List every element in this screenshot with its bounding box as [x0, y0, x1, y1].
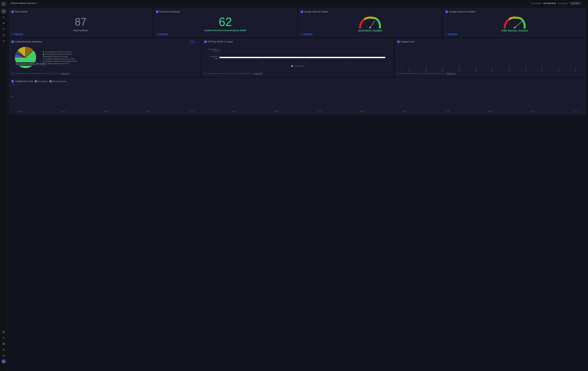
sidebar-item-terminal[interactable] [1, 32, 6, 38]
svg-marker-15 [3, 349, 5, 351]
time-range-label: Time Range: [557, 2, 568, 4]
card-footer: i Update Now [445, 33, 584, 35]
bar-col: Kasey Cross [517, 66, 534, 72]
sidebar-item-eye[interactable] [1, 21, 6, 26]
assigned-users-update-now[interactable]: Update Now [446, 73, 455, 74]
sidebar-item-shield[interactable] [1, 15, 6, 20]
bar-name-label: Parker Crook [542, 66, 543, 72]
mttr-legend: MTTR (Minutes) [205, 65, 390, 67]
chart-card-header: Incident Resolution Breakdown XQL [11, 41, 198, 43]
dashboard: Total Incidents 87 Total Incidents i Upd… [7, 7, 588, 371]
total-incidents-update-now[interactable]: Update Now [14, 33, 23, 35]
resolved-incidents-color [50, 80, 52, 82]
bar-name-label: Hitesh Kapoor [459, 65, 460, 72]
card-footer: i Update Interval 24 hrs | Last Update: … [204, 73, 391, 74]
card-menu-icon[interactable] [147, 11, 150, 13]
chart-card-header: Assigned Users [397, 41, 584, 43]
svg-text:0: 0 [504, 27, 504, 29]
sidebar-item-cloud[interactable] [1, 26, 6, 32]
bar-name-label: Gil Blum [442, 68, 443, 72]
x-label: Oct 02 [189, 111, 194, 112]
resolved-auto-card: Resolved Automatically 62 Incidents Reso… [154, 8, 297, 37]
svg-text:16: 16 [375, 17, 377, 18]
avg-alerts-title: Average Alerts Per Incident [304, 11, 328, 13]
svg-text:2: 2 [513, 17, 514, 18]
new-incidents-color [35, 80, 37, 82]
chart-card-header: MTTR By XSIAM vs. Analyst [204, 41, 391, 43]
card-footer: i Update Interval 24 hrs | Last Update: … [397, 73, 584, 74]
chart-card-title: MTTR By XSIAM vs. Analyst [204, 41, 233, 43]
svg-text:4: 4 [363, 20, 363, 21]
last-updated-value: Oct 11th 09:10 [543, 2, 556, 4]
sidebar-item-cart[interactable] [1, 38, 6, 44]
svg-line-18 [370, 21, 375, 28]
card-title-icon [11, 41, 14, 43]
avg-sources-update-now[interactable]: Update Now [448, 33, 457, 35]
chart-menu-icon[interactable] [196, 41, 198, 43]
info-icon: i [397, 73, 399, 74]
card-footer: i Update Interval 24 hrs | Last Update: … [11, 73, 198, 74]
assigned-users-footer: Update Interval 24 hrs | Last Update: Oc… [400, 73, 445, 74]
mttr-update-now[interactable]: Update Now [253, 73, 262, 74]
sidebar-item-question[interactable] [1, 353, 6, 358]
y-label-10: 10 [397, 44, 400, 46]
card-menu-icon[interactable] [292, 11, 294, 13]
incident-resolution-update-now[interactable]: Update Now [61, 73, 70, 74]
svg-rect-5 [3, 34, 5, 36]
bar-col: Parker Crook [534, 65, 550, 72]
time-range-dropdown[interactable]: Last 30D ▼ [569, 2, 582, 5]
card-menu-icon[interactable] [437, 11, 439, 13]
bar-col: Hadar Oren [567, 66, 584, 72]
sidebar-item-circle-user[interactable] [1, 329, 6, 335]
avg-sources-title: Average Sources Per Incident [449, 11, 475, 13]
card-footer: i Update Now [156, 33, 294, 35]
bar-name-label: Gonen Fink [475, 67, 476, 72]
card-title-icon [11, 80, 14, 83]
time-y-0: 0 [11, 108, 15, 109]
svg-text:20: 20 [378, 20, 380, 21]
sidebar-item-alerts[interactable] [1, 9, 6, 14]
mttr-menu-icon[interactable] [389, 41, 391, 43]
middle-row: Incident Resolution Breakdown XQL Automa… [9, 38, 586, 77]
card-title-icon [156, 11, 158, 13]
resolved-auto-number: 62 [156, 14, 294, 29]
bar-name-label: Jane Ros... [409, 67, 410, 72]
card-menu-icon[interactable] [582, 11, 584, 13]
card-footer: i Update Now [11, 33, 150, 35]
avg-alerts-value: 16.34 Alerts / Incident [301, 29, 439, 32]
resolved-auto-update-now[interactable]: Update Now [159, 33, 168, 35]
legend-item: Manually by Analyst as TP (13.41%) [43, 63, 76, 64]
main-area: _XSIAM Incidents Overview ▼ Last Updated… [7, 0, 588, 371]
sidebar-item-grid[interactable] [1, 341, 6, 347]
bar-col: Dany Cohen [418, 66, 434, 72]
sidebar-item-gear[interactable] [1, 335, 6, 340]
bar-col: Gonen Fink [467, 66, 484, 72]
bar-name-label: Hadar Oren [575, 67, 576, 72]
chart-card-title: Incident Resolution Breakdown [11, 41, 42, 43]
title-dropdown-icon[interactable]: ▼ [37, 2, 39, 4]
legend-label: Automatically by XSIAM as TP (62.20%) [45, 53, 72, 55]
resolved-incidents-label: Resolved Incidents [52, 81, 66, 82]
legend-label: Manually by Analyst as FP (4.88%) [45, 56, 68, 57]
mttr-bar-fill-analyst [220, 57, 385, 58]
topbar-menu-icon[interactable]: ⋮ [583, 2, 586, 5]
sidebar-expand-icon[interactable]: › [1, 364, 6, 370]
card-title: Average Alerts Per Incident [301, 11, 328, 13]
app-logo[interactable] [1, 1, 6, 7]
avatar[interactable]: PN [1, 359, 6, 364]
avg-alerts-update-now[interactable]: Update Now [304, 33, 313, 35]
assigned-users-menu-icon[interactable] [582, 41, 584, 43]
x-label: Oct 01 [147, 111, 151, 112]
x-label: Oct 05 [317, 111, 322, 112]
assigned-users-chart: 10 5 0 Jane Ros...Dany CohenGil BlumHite… [397, 44, 584, 72]
avg-alerts-gauge: 0 4 8 12 16 20 [301, 14, 439, 29]
xql-badge[interactable]: XQL [190, 41, 195, 43]
svg-text:3: 3 [517, 16, 517, 17]
incidents-header: Incidents Over Time New Incidents Resolv… [11, 80, 584, 83]
time-range-value: Last 30D [571, 2, 578, 4]
y-label-5: 5 [397, 57, 400, 59]
sidebar-item-star[interactable] [1, 347, 6, 352]
resolved-auto-subtitle: Incidents Resolved Automatically By XSIA… [156, 29, 294, 32]
svg-point-17 [3, 356, 4, 357]
sidebar-bottom: PN › [1, 329, 6, 370]
